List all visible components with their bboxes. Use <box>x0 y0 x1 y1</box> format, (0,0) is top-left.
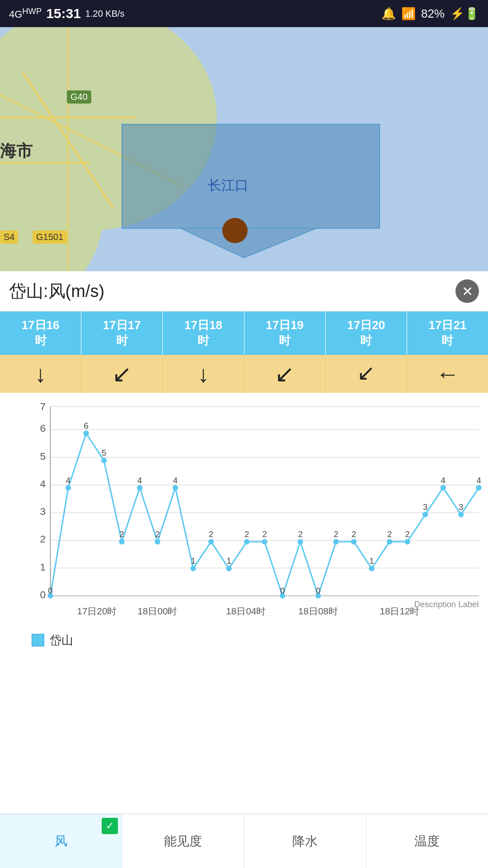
svg-text:0: 0 <box>48 585 52 595</box>
svg-text:18日12时: 18日12时 <box>380 605 419 616</box>
wind-arrow-4: ↙ <box>326 355 407 393</box>
svg-text:18日00时: 18日00时 <box>138 605 178 616</box>
road-label-s4: S4 <box>0 231 18 244</box>
svg-text:2: 2 <box>387 529 392 539</box>
svg-point-31 <box>66 485 71 490</box>
tab-wind[interactable]: ✓ 风 <box>0 814 122 868</box>
close-button[interactable]: ✕ <box>455 279 479 303</box>
svg-text:5: 5 <box>102 448 106 458</box>
time-slot-2[interactable]: 17日18时 <box>163 311 244 355</box>
svg-text:2: 2 <box>298 529 303 539</box>
svg-point-36 <box>155 539 160 544</box>
city-label: 海市 <box>0 140 33 162</box>
tab-temperature-label: 温度 <box>414 833 440 850</box>
wind-arrow-row: ↓ ↙ ↓ ↙ ↙ ← <box>0 355 488 393</box>
svg-text:2: 2 <box>119 529 124 539</box>
legend-color-box <box>32 634 44 646</box>
svg-text:18日04时: 18日04时 <box>226 605 266 616</box>
svg-point-35 <box>137 485 142 490</box>
road-label-g1501: G1501 <box>33 231 67 244</box>
svg-text:17日20时: 17日20时 <box>77 605 117 616</box>
tab-precipitation-label: 降水 <box>292 833 318 850</box>
status-bar: 4GHWP 15:31 1.20 KB/s 🔔 📶 82% ⚡🔋 <box>0 0 488 27</box>
map-area[interactable]: 长江口 G40 G1501 S4 海市 <box>0 27 488 271</box>
panel-title: 岱山:风(m/s) <box>9 280 104 303</box>
svg-point-52 <box>440 485 446 490</box>
svg-text:1: 1 <box>40 561 46 572</box>
tab-visibility-label: 能见度 <box>164 833 202 850</box>
info-panel: 岱山:风(m/s) ✕ 17日16时 17日17时 17日18时 17日19时 … <box>0 271 488 657</box>
tab-temperature[interactable]: 温度 <box>366 814 488 868</box>
svg-point-39 <box>208 539 214 544</box>
svg-point-54 <box>476 485 482 490</box>
svg-text:2: 2 <box>244 529 249 539</box>
tab-check-wind: ✓ <box>102 818 118 834</box>
svg-text:3: 3 <box>423 502 427 512</box>
time-slot-0[interactable]: 17日16时 <box>0 311 81 355</box>
svg-text:2: 2 <box>333 529 338 539</box>
chart-svg: 0 1 2 3 4 5 6 7 <box>27 402 483 623</box>
svg-text:5: 5 <box>40 450 46 462</box>
tab-precipitation[interactable]: 降水 <box>244 814 366 868</box>
svg-point-47 <box>351 539 357 544</box>
svg-point-38 <box>190 566 196 571</box>
legend-label: 岱山 <box>50 632 73 648</box>
svg-text:0: 0 <box>40 589 46 600</box>
svg-text:18日08时: 18日08时 <box>298 605 338 616</box>
svg-point-44 <box>297 539 303 544</box>
svg-point-50 <box>405 539 410 544</box>
wind-arrow-1: ↙ <box>81 355 163 393</box>
svg-text:6: 6 <box>84 421 88 430</box>
battery-icon: ⚡🔋 <box>450 7 479 21</box>
svg-point-11 <box>222 218 248 243</box>
svg-point-49 <box>387 539 392 544</box>
time-display: 15:31 <box>46 6 81 21</box>
svg-text:2: 2 <box>352 529 356 539</box>
svg-text:2: 2 <box>209 529 213 539</box>
svg-point-51 <box>422 512 428 517</box>
network-indicator: 4GHWP <box>9 6 42 20</box>
speed-display: 1.20 KB/s <box>85 9 125 19</box>
wind-arrow-3: ↙ <box>244 355 326 393</box>
svg-point-40 <box>226 566 231 571</box>
wind-arrow-2: ↓ <box>163 355 244 393</box>
svg-text:2: 2 <box>155 529 160 539</box>
svg-point-48 <box>369 566 374 571</box>
wind-arrow-0: ↓ <box>0 355 81 393</box>
tab-wind-label: 风 <box>55 833 67 850</box>
chart-area: 0 1 2 3 4 5 6 7 <box>0 393 488 628</box>
svg-text:4: 4 <box>477 475 481 485</box>
svg-point-37 <box>173 485 178 490</box>
svg-text:4: 4 <box>441 475 445 485</box>
time-slots-row: 17日16时 17日17时 17日18时 17日19时 17日20时 17日21… <box>0 311 488 355</box>
svg-text:Description Label: Description Label <box>414 599 479 609</box>
map-pin <box>221 217 249 255</box>
svg-rect-8 <box>122 124 380 228</box>
svg-point-34 <box>119 539 124 544</box>
bottom-tabs: ✓ 风 能见度 降水 温度 <box>0 814 488 868</box>
notification-icon: 🔔 <box>381 7 396 21</box>
tab-visibility[interactable]: 能见度 <box>122 814 244 868</box>
time-slot-1[interactable]: 17日17时 <box>81 311 163 355</box>
svg-text:0: 0 <box>316 585 320 595</box>
svg-text:4: 4 <box>137 475 142 485</box>
chart-legend: 岱山 <box>0 628 488 657</box>
svg-text:1: 1 <box>226 556 231 566</box>
svg-point-42 <box>262 539 267 544</box>
svg-text:3: 3 <box>459 502 463 512</box>
time-slot-4[interactable]: 17日20时 <box>326 311 407 355</box>
wifi-icon: 📶 <box>401 7 416 21</box>
battery-display: 82% <box>421 7 445 21</box>
svg-point-32 <box>83 430 89 436</box>
wind-arrow-5: ← <box>407 355 488 393</box>
svg-text:7: 7 <box>40 402 46 412</box>
svg-point-46 <box>333 539 338 544</box>
time-slot-5[interactable]: 17日21时 <box>407 311 488 355</box>
road-label-g40: G40 <box>67 90 91 104</box>
svg-text:3: 3 <box>40 506 46 517</box>
time-slot-3[interactable]: 17日19时 <box>244 311 326 355</box>
svg-text:1: 1 <box>369 556 374 566</box>
svg-text:2: 2 <box>262 529 267 539</box>
svg-text:6: 6 <box>40 423 46 434</box>
svg-text:2: 2 <box>405 529 410 539</box>
